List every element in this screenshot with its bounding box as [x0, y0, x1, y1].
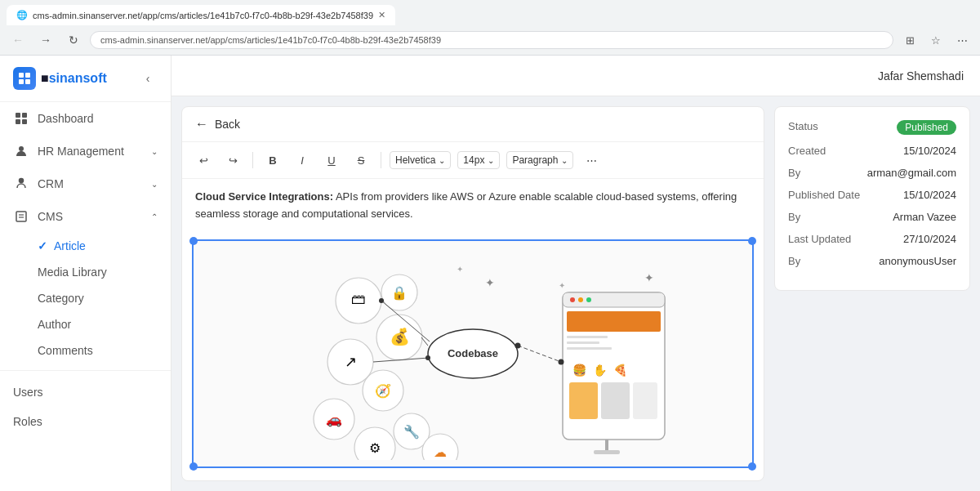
- updated-date-value: 27/10/2024: [903, 233, 956, 245]
- sidebar-item-users[interactable]: Users: [0, 377, 171, 407]
- editor-content-area[interactable]: Cloud Service Integrations: APIs from pr…: [182, 179, 764, 480]
- svg-rect-2: [19, 79, 24, 84]
- sidebar-subitem-media[interactable]: Media Library: [0, 259, 171, 285]
- paragraph-style-chevron-icon: ⌄: [561, 156, 568, 165]
- svg-point-43: [586, 297, 591, 302]
- updated-label: Last Updated: [788, 233, 851, 245]
- forward-nav-button[interactable]: →: [34, 29, 57, 51]
- svg-text:🧭: 🧭: [375, 383, 391, 399]
- settings-button[interactable]: ⋯: [951, 29, 973, 51]
- published-by-row: By Arman Vazee: [788, 211, 956, 223]
- logo-icon: [13, 67, 36, 90]
- category-label: Category: [38, 292, 84, 305]
- sidebar-item-crm[interactable]: CRM ⌄: [0, 167, 171, 200]
- sidebar-header: ■sinansoft ‹: [0, 56, 171, 102]
- sidebar-item-hr[interactable]: HR Management ⌄: [0, 135, 171, 167]
- more-options-button[interactable]: ⋯: [580, 149, 603, 172]
- svg-rect-45: [567, 336, 608, 338]
- resize-handle-bl[interactable]: [189, 462, 198, 471]
- svg-text:⚙: ⚙: [369, 441, 381, 455]
- hr-label: HR Management: [38, 145, 124, 158]
- svg-text:🔒: 🔒: [391, 285, 408, 301]
- font-size-select[interactable]: 14px ⌄: [457, 151, 500, 169]
- logo-text: ■sinansoft: [41, 71, 107, 86]
- resize-handle-tr[interactable]: [748, 237, 756, 245]
- svg-rect-53: [633, 382, 657, 419]
- underline-button[interactable]: U: [320, 149, 343, 172]
- status-row: Status Published: [788, 120, 956, 135]
- font-size-value: 14px: [463, 154, 484, 166]
- crm-chevron-icon: ⌄: [151, 180, 158, 189]
- resize-handle-br[interactable]: [748, 462, 756, 471]
- svg-point-57: [515, 342, 521, 348]
- info-panel: Status Published Created 15/10/2024 By a…: [774, 106, 970, 291]
- sidebar-subitem-article[interactable]: ✓ Article: [0, 233, 171, 259]
- toolbar-divider-2: [381, 152, 381, 168]
- paragraph-style-select[interactable]: Paragraph ⌄: [506, 151, 573, 169]
- svg-text:🚗: 🚗: [326, 412, 342, 427]
- svg-point-41: [570, 297, 575, 302]
- back-label: Back: [215, 118, 240, 131]
- svg-text:☁: ☁: [434, 445, 447, 459]
- svg-rect-40: [563, 292, 665, 307]
- extensions-button[interactable]: ⊞: [898, 29, 921, 51]
- svg-rect-11: [16, 212, 26, 221]
- status-label: Status: [788, 120, 818, 132]
- italic-button[interactable]: I: [291, 149, 314, 172]
- browser-tab[interactable]: 🌐 cms-admin.sinanserver.net/app/cms/arti…: [7, 5, 395, 25]
- svg-text:✦: ✦: [485, 276, 495, 289]
- redo-button[interactable]: ↪: [221, 149, 244, 172]
- svg-rect-0: [19, 73, 24, 78]
- cms-icon: [13, 208, 29, 225]
- strikethrough-button[interactable]: S: [350, 149, 372, 172]
- favorites-button[interactable]: ☆: [924, 29, 947, 51]
- published-date-value: 15/10/2024: [903, 189, 956, 201]
- svg-rect-44: [567, 311, 661, 332]
- font-family-select[interactable]: Helvetica ⌄: [390, 151, 451, 169]
- crm-label: CRM: [38, 177, 64, 190]
- back-button[interactable]: ← Back: [182, 107, 764, 142]
- toolbar-divider-1: [252, 152, 253, 168]
- created-label: Created: [788, 145, 826, 157]
- svg-rect-6: [16, 119, 20, 124]
- tab-title: cms-admin.sinanserver.net/app/cms/articl…: [33, 11, 373, 20]
- intro-bold-text: Cloud Service Integrations:: [195, 190, 333, 203]
- sidebar-item-roles[interactable]: Roles: [0, 407, 171, 436]
- resize-handle-tl[interactable]: [189, 237, 198, 245]
- svg-text:🔧: 🔧: [403, 424, 420, 440]
- svg-text:🗃: 🗃: [351, 291, 366, 307]
- created-by-label: By: [788, 167, 800, 179]
- bold-button[interactable]: B: [261, 149, 284, 172]
- svg-rect-1: [25, 73, 30, 78]
- sidebar-item-dashboard[interactable]: Dashboard: [0, 102, 171, 135]
- sidebar-subitem-author[interactable]: Author: [0, 311, 171, 337]
- created-date-value: 15/10/2024: [903, 145, 956, 157]
- sidebar-subitem-category[interactable]: Category: [0, 285, 171, 311]
- media-library-label: Media Library: [38, 266, 107, 279]
- font-family-value: Helvetica: [395, 154, 435, 166]
- diagram-image-block[interactable]: Codebase 🗃 💰 🔒: [192, 239, 754, 468]
- undo-button[interactable]: ↩: [192, 149, 215, 172]
- svg-text:✦: ✦: [644, 271, 654, 284]
- dashboard-label: Dashboard: [38, 112, 94, 125]
- sidebar-subitem-comments[interactable]: Comments: [0, 337, 171, 364]
- sidebar-item-cms[interactable]: CMS ⌃: [0, 200, 171, 233]
- created-by-value: arman@gmail.com: [867, 167, 956, 179]
- browser-chrome: 🌐 cms-admin.sinanserver.net/app/cms/arti…: [0, 0, 980, 56]
- logo-name: sinansoft: [49, 71, 107, 85]
- collapse-sidebar-button[interactable]: ‹: [138, 69, 158, 88]
- svg-text:↗: ↗: [345, 354, 357, 370]
- codebase-diagram: Codebase 🗃 💰 🔒: [269, 248, 677, 460]
- svg-rect-5: [22, 113, 27, 118]
- svg-rect-55: [594, 450, 620, 454]
- updated-by-label: By: [788, 255, 800, 267]
- back-nav-button[interactable]: ←: [7, 29, 29, 51]
- address-bar[interactable]: cms-admin.sinanserver.net/app/cms/articl…: [90, 31, 893, 49]
- comments-label: Comments: [38, 344, 93, 357]
- section-title: Benefits of API Integration: [182, 475, 764, 480]
- created-by-row: By arman@gmail.com: [788, 167, 956, 179]
- refresh-nav-button[interactable]: ↻: [62, 29, 85, 51]
- font-size-chevron-icon: ⌄: [488, 156, 494, 165]
- svg-point-58: [559, 359, 564, 364]
- published-by-value: Arman Vazee: [893, 211, 956, 223]
